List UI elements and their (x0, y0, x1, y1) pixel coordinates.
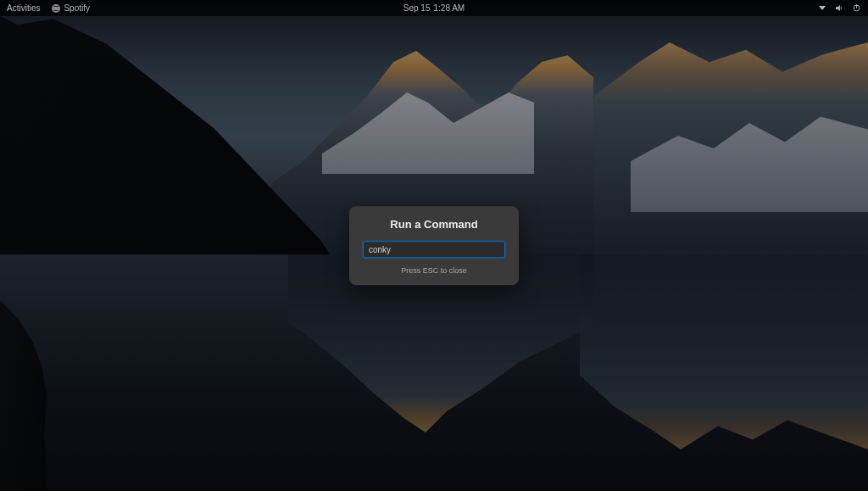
volume-icon (834, 3, 843, 13)
command-input[interactable] (363, 241, 505, 258)
volume-indicator[interactable] (834, 3, 843, 13)
current-app-label: Spotify (64, 3, 90, 13)
run-command-dialog: Run a Command Press ESC to close (349, 206, 519, 286)
activities-button[interactable]: Activities (7, 3, 40, 13)
system-menu[interactable] (819, 6, 826, 10)
clock-date: Sep 15 (403, 3, 431, 13)
clock-button[interactable]: Sep 15 1:28 AM (403, 3, 465, 13)
dialog-title: Run a Command (363, 218, 505, 231)
dialog-hint: Press ESC to close (363, 266, 505, 275)
spotify-icon (52, 4, 60, 13)
clock-time: 1:28 AM (434, 3, 465, 13)
network-icon (819, 6, 826, 10)
top-panel: Activities Spotify Sep 15 1:28 AM (0, 0, 868, 16)
power-indicator[interactable] (852, 3, 861, 13)
power-icon (852, 3, 861, 13)
current-app-indicator[interactable]: Spotify (52, 3, 90, 13)
